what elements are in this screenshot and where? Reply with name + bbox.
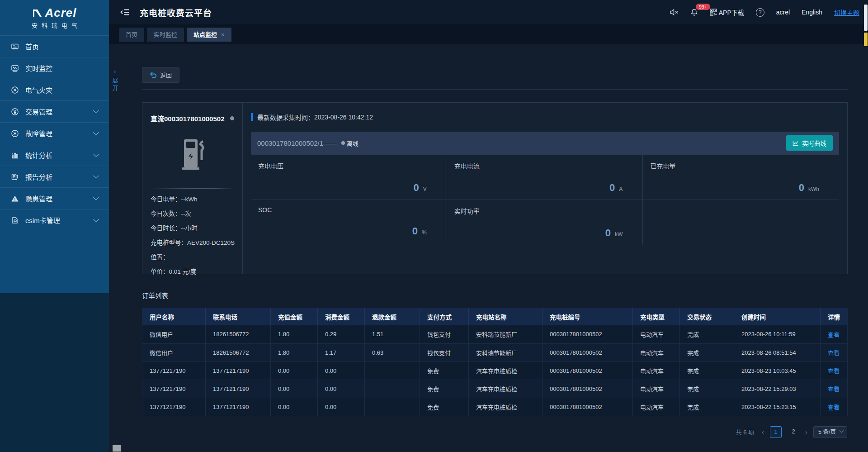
table-cell: 0003017801000502 [542,362,633,380]
page-size-select[interactable]: 5 条/页 [813,426,847,438]
table-cell: 0.00 [318,380,365,398]
metric-soc: SOC 0% [251,200,447,245]
pagination-next-icon[interactable]: › [805,428,807,436]
view-detail-link[interactable]: 查看 [828,386,840,393]
sidebar-item-label: 交易管理 [25,107,94,116]
sidebar-item-transaction[interactable]: 交易管理 [0,101,109,123]
stat-today-duration: 今日时长：--小时 [151,221,234,236]
brand-mark-icon [32,9,42,18]
brand-logo: Acrel 安科瑞电气 [0,0,109,35]
view-detail-link[interactable]: 查看 [828,331,840,338]
theme-switch-link[interactable]: 切换主题 [834,8,859,17]
scrollbar-corner [113,445,121,452]
stat-pile-model: 充电桩型号：AEV200-DC120S [151,236,234,250]
sidebar-item-home[interactable]: 首页 [0,36,109,57]
view-detail-link[interactable]: 查看 [828,404,840,411]
notifications-bell-icon[interactable]: 99+ [690,8,698,16]
table-cell: 2023-08-22 15:23:15 [734,398,821,416]
mute-icon[interactable] [670,9,679,16]
table-cell: 查看 [821,362,848,380]
order-list-section: 订单列表 用户名称 联系电话 充值金额 消费金额 退款金额 [142,290,848,438]
help-icon[interactable]: ? [756,8,764,17]
sidebar-item-esim[interactable]: esim卡管理 [0,209,109,231]
table-cell: 1.80 [271,343,318,362]
gun-header-bar: 0003017801000502/1—— 离线 实时曲线 [251,132,839,154]
sidebar-item-statistics[interactable]: 统计分析 [0,144,109,166]
username[interactable]: acrel [776,9,790,16]
sidebar-item-electric-fire[interactable]: 电气火灾 [0,79,109,101]
brand-subtitle: 安科瑞电气 [32,21,81,29]
table-cell [365,398,420,416]
offline-status-label: 离线 [347,139,359,147]
chevron-down-icon [840,428,844,433]
table-cell: 查看 [821,325,848,343]
table-cell: 0.63 [365,343,420,362]
realtime-curve-button[interactable]: 实时曲线 [786,135,833,151]
table-cell: 安科瑞节能新厂 [469,343,542,362]
back-button[interactable]: 返回 [142,67,179,83]
sidebar-item-label: 故障管理 [25,128,94,138]
report-icon [11,173,23,181]
language-switch[interactable]: English [802,9,822,16]
table-cell: 0003017801000502 [542,325,633,343]
app-download-label: APP下载 [719,8,744,17]
table-cell: 汽车充电桩质检 [469,398,542,416]
tab-label: 站点监控 [193,28,217,42]
table-cell: 汽车充电桩质检 [469,362,542,380]
tab-close-icon[interactable]: × [221,28,225,42]
col-pay-method: 支付方式 [420,308,469,325]
device-status-dot [230,116,234,120]
table-cell: 微信用户 [142,325,206,343]
sidebar-item-hazard[interactable]: 隐患管理 [0,188,109,209]
table-row: 13771217190137712171900.000.00免费汽车充电桩质检0… [142,380,848,398]
table-cell: 0.00 [271,362,318,380]
table-cell: 13771217190 [206,362,271,380]
table-cell: 免费 [420,362,469,380]
tab-home[interactable]: 首页 [119,28,144,42]
page-title: 充电桩收费云平台 [140,6,212,19]
realtime-curve-label: 实时曲线 [802,138,826,147]
menu-collapse-icon[interactable] [120,8,130,16]
statistics-icon [11,151,23,159]
sidebar-item-report[interactable]: 报告分析 [0,166,109,188]
qr-code-icon [710,9,717,16]
pagination-page-1[interactable]: 1 [770,426,782,438]
metric-realtime-power: 实时功率 0kW [447,200,643,245]
stat-unit-price: 单价：0.01 元/度 [151,265,234,279]
accent-bar [251,113,253,121]
tab-realtime-monitor[interactable]: 实时监控 [147,28,184,42]
col-created-time: 创建时间 [734,308,821,325]
view-detail-link[interactable]: 查看 [828,350,840,357]
app-download[interactable]: APP下载 [710,8,744,17]
table-cell: 汽车充电桩质检 [469,380,542,398]
tab-station-monitor[interactable]: 站点监控 × [187,28,231,42]
sidebar-item-fault[interactable]: 故障管理 [0,123,109,144]
scrollbar-thumb[interactable] [864,5,868,31]
divider [151,188,234,189]
table-cell: 13771217190 [142,398,206,416]
col-trade-status: 交易状态 [680,308,734,325]
col-user-name: 用户名称 [142,308,206,325]
table-cell: 0003017801000502 [542,398,633,416]
table-header-row: 用户名称 联系电话 充值金额 消费金额 退款金额 支付方式 充电站名称 充电桩编… [142,308,848,325]
col-pile-id: 充电桩编号 [542,308,633,325]
page-size-value: 5 条/页 [818,429,836,435]
table-cell: 0003017801000502 [542,343,633,362]
sidebar: Acrel 安科瑞电气 首页 实时监控 电气火灾 [0,0,109,452]
col-refund-amount: 退款金额 [365,308,420,325]
table-cell: 免费 [420,398,469,416]
view-detail-link[interactable]: 查看 [828,368,840,375]
pagination-page-2[interactable]: 2 [788,426,799,438]
stat-location: 位置： [151,250,234,265]
table-cell: 完成 [680,362,734,380]
sidebar-expand-handle[interactable]: › 展开 [111,68,119,95]
pagination-prev-icon[interactable]: ‹ [762,428,764,436]
electric-fire-icon [11,86,23,94]
metric-charged-energy: 已充电量 0kWh [643,155,839,200]
scrollbar-marker [864,33,868,46]
gun-status: 离线 [341,139,359,147]
device-monitor-panel: 最新数据采集时间： 2023-08-26 10:42:12 0003017801… [243,103,847,274]
expand-label: 展开 [111,77,119,93]
sidebar-item-realtime-monitor[interactable]: 实时监控 [0,57,109,79]
device-panel: 直流0003017801000502 [142,102,848,274]
